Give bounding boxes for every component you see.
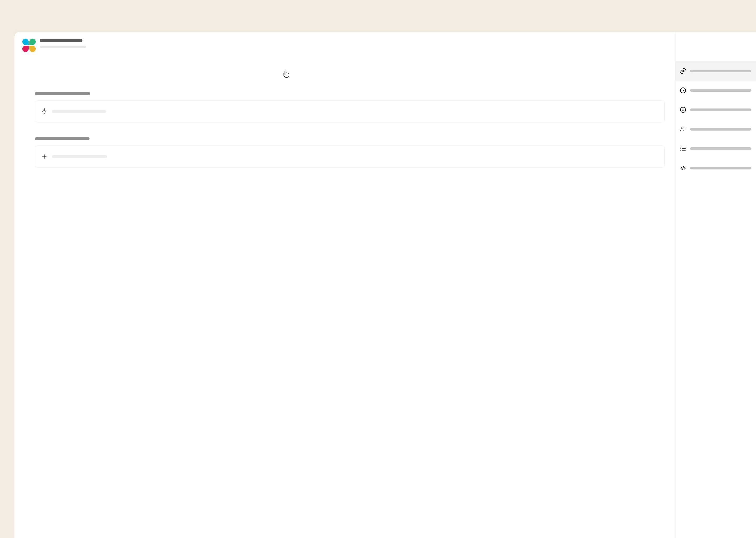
main-panel xyxy=(15,32,341,243)
logo-tile-yellow xyxy=(29,46,36,52)
section-1-heading xyxy=(35,92,90,95)
section-2 xyxy=(22,137,341,168)
app-logo[interactable] xyxy=(22,39,36,52)
section-2-card[interactable] xyxy=(35,145,341,168)
app-subtitle xyxy=(40,46,86,48)
header xyxy=(22,39,341,52)
section-1-card[interactable] xyxy=(35,100,341,123)
logo-tile-red xyxy=(22,46,28,52)
app-window xyxy=(15,32,341,243)
title-block xyxy=(40,39,86,48)
section-2-heading xyxy=(35,137,89,140)
lightning-icon xyxy=(41,108,48,115)
app-title xyxy=(40,39,82,42)
logo-tile-green xyxy=(29,39,36,45)
section-1-card-text xyxy=(52,110,106,113)
section-2-card-text xyxy=(52,155,107,158)
logo-tile-blue xyxy=(22,39,28,45)
plus-icon xyxy=(41,153,48,160)
section-1 xyxy=(22,92,341,123)
